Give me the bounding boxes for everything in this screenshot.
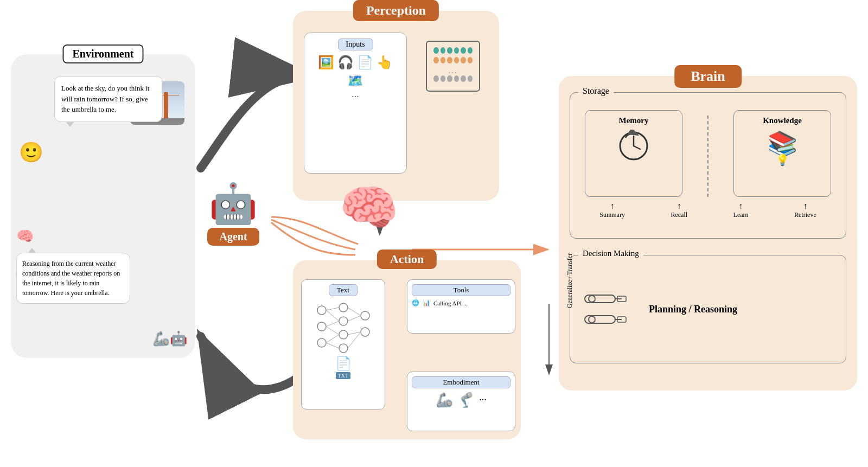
recall-action: ↑ Recall	[671, 201, 687, 219]
svg-point-13	[361, 328, 369, 336]
svg-line-19	[326, 343, 339, 348]
dot-gray3	[447, 75, 452, 82]
umbrella-robot-area: 🦾🤖	[152, 330, 187, 347]
storage-actions: ↑ Summary ↑ Recall ↑ Learn ↑ Retrieve	[577, 201, 839, 219]
action-section: Action Text	[293, 260, 521, 439]
web-tool-icon: 🌐	[412, 299, 419, 306]
dot-g3	[447, 47, 452, 54]
map-icon: 🗺️	[347, 73, 363, 88]
retrieve-label: Retrieve	[794, 211, 816, 219]
encoder-box: ...	[426, 41, 491, 92]
dot-o2	[441, 57, 446, 63]
speech-bubble-bottom: Reasoning from the current weather condi…	[16, 253, 130, 304]
audio-icon: 🎧	[337, 55, 354, 70]
svg-point-30	[589, 316, 595, 323]
encoder-row-3	[433, 75, 473, 82]
diagram-container: Environment Look at the sky, do you thin…	[0, 0, 868, 467]
toggle-icon-2	[584, 311, 627, 328]
dot-o4	[454, 57, 459, 63]
storage-label: Storage	[578, 86, 614, 96]
retrieve-action: ↑ Retrieve	[794, 201, 816, 219]
dot-g6	[468, 47, 473, 54]
memory-icon-svg	[617, 130, 650, 162]
dot-o5	[461, 57, 466, 63]
svg-line-15	[326, 310, 339, 321]
bridge-tower-right	[164, 92, 168, 122]
embodiment-icons: 🦾 🦿 ...	[412, 392, 510, 408]
encoder-row-2	[433, 57, 473, 63]
dot-gray4	[454, 75, 459, 82]
dot-o6	[468, 57, 473, 63]
dot-g4	[454, 47, 459, 54]
svg-point-11	[339, 344, 348, 353]
inputs-dots: ...	[352, 88, 359, 100]
inputs-label: Inputs	[338, 39, 373, 50]
dot-g2	[441, 47, 446, 54]
storage-box: Storage Memory	[570, 92, 846, 239]
svg-point-6	[317, 322, 326, 331]
knowledge-box: Knowledge 📚 💡	[733, 110, 831, 197]
planning-text-area: Planning / Reasoning	[649, 302, 737, 317]
inputs-icons: 🖼️ 🎧 📄 👆 🗺️	[310, 55, 401, 88]
svg-point-7	[317, 338, 326, 347]
llm-brain-section: 🧠	[339, 184, 399, 232]
encoder-dots: ...	[433, 67, 473, 75]
planning-icons	[584, 291, 627, 328]
tools-content: 🌐 📊 Calling API ...	[412, 299, 510, 306]
touch-icon: 👆	[376, 55, 393, 70]
embodiment-box: Embodiment 🦾 🦿 ...	[407, 372, 515, 431]
agent-label: Agent	[207, 228, 259, 246]
robot-arm-icon2: 🦿	[457, 392, 475, 408]
dot-o1	[433, 57, 439, 63]
dot-g1	[433, 47, 439, 54]
knowledge-label: Knowledge	[739, 116, 825, 125]
llm-brain-icon: 🧠	[339, 184, 399, 232]
tools-box: Tools 🌐 📊 Calling API ...	[407, 279, 515, 334]
tools-text: Calling API ...	[433, 300, 468, 306]
person-icon: 🙂	[19, 141, 43, 164]
recall-label: Recall	[671, 211, 687, 219]
text-box-label: Text	[329, 284, 358, 296]
embodiment-label: Embodiment	[412, 376, 510, 388]
inputs-box: Inputs 🖼️ 🎧 📄 👆 🗺️ ...	[304, 33, 407, 174]
txt-file-icon: 📄	[335, 356, 352, 371]
text-box: Text	[301, 279, 385, 410]
toggle-icon-1	[584, 291, 627, 307]
dot-g5	[461, 47, 466, 54]
svg-line-20	[348, 308, 361, 316]
speech-bottom-text: Reasoning from the current weather condi…	[22, 260, 120, 297]
encoder-bracket: ...	[426, 41, 480, 92]
storage-divider	[707, 116, 709, 197]
robot-icon: 🤖	[190, 184, 277, 223]
brain-section-label: Brain	[674, 65, 742, 88]
tools-label: Tools	[412, 284, 510, 296]
svg-point-10	[339, 330, 348, 339]
perception-section: Perception Inputs 🖼️ 🎧 📄 👆 🗺️ ...	[293, 11, 499, 201]
decision-box: Decision Making	[570, 255, 846, 363]
image-icon: 🖼️	[318, 55, 334, 70]
svg-line-21	[348, 316, 361, 321]
summary-action: ↑ Summary	[599, 201, 625, 219]
memory-box: Memory	[585, 110, 682, 197]
dot-gray5	[461, 75, 466, 82]
learn-action: ↑ Learn	[733, 201, 749, 219]
txt-badge: TXT	[336, 372, 350, 379]
document-icon: 📄	[357, 55, 373, 70]
svg-line-16	[326, 321, 339, 327]
svg-line-17	[326, 327, 339, 335]
learn-label: Learn	[733, 211, 749, 219]
svg-line-14	[326, 308, 339, 310]
svg-point-12	[361, 311, 369, 320]
planning-reasoning-label: Planning / Reasoning	[649, 302, 737, 317]
lightbulb-icon: 💡	[739, 153, 825, 167]
speech-top-text: Look at the sky, do you think it will ra…	[61, 84, 149, 113]
nn-diagram-svg	[311, 299, 376, 354]
embodiment-dots: ...	[479, 392, 487, 408]
memory-label: Memory	[591, 116, 676, 125]
encoder-row-1	[433, 47, 473, 54]
dot-gray2	[441, 75, 446, 82]
brain-section: Brain Storage Memory	[559, 76, 857, 391]
agent-section: 🤖 Agent	[190, 184, 277, 246]
svg-point-9	[339, 317, 348, 325]
svg-point-5	[317, 306, 326, 315]
